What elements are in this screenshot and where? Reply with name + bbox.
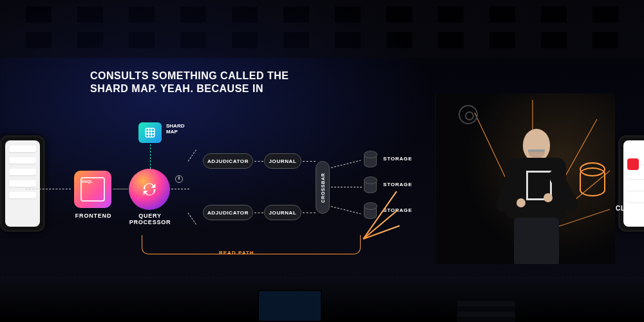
grid-icon bbox=[144, 127, 156, 138]
connector bbox=[171, 189, 189, 189]
crossbar-node: CROSSBAR bbox=[316, 161, 330, 214]
phone-accent-icon bbox=[627, 158, 639, 170]
confidence-monitor bbox=[258, 290, 322, 322]
journal-node-2: JOURNAL bbox=[264, 205, 301, 220]
connector bbox=[331, 206, 361, 214]
adjudicator-node-1: ADJUDICATOR bbox=[203, 153, 253, 169]
connector bbox=[150, 144, 151, 169]
connector bbox=[254, 161, 263, 162]
connector bbox=[254, 213, 263, 213]
connector bbox=[303, 213, 316, 213]
storage-cylinder-icon bbox=[364, 179, 377, 193]
connector bbox=[331, 187, 362, 187]
connector bbox=[188, 149, 196, 162]
storage-label-2: STORAGE bbox=[383, 182, 412, 187]
journal-node-1: JOURNAL bbox=[264, 153, 301, 169]
connector bbox=[113, 189, 128, 189]
presenter-video-panel bbox=[435, 93, 615, 264]
storage-cylinder-icon bbox=[364, 205, 377, 219]
presenter-figure bbox=[497, 122, 574, 264]
architecture-diagram: DSQL FRONTEND SHARD MAP QUERY PROCESSOR … bbox=[39, 109, 425, 277]
frontend-node: DSQL bbox=[74, 171, 111, 208]
storage-cylinder-icon bbox=[364, 153, 377, 167]
shard-map-node bbox=[138, 122, 162, 143]
stage-floor bbox=[0, 277, 644, 322]
dsql-icon: DSQL bbox=[82, 180, 93, 184]
client-label: CLIENT bbox=[616, 205, 643, 212]
frontend-label: FRONTEND bbox=[71, 213, 116, 219]
connector bbox=[331, 160, 361, 168]
read-path-label: READ PATH bbox=[219, 250, 254, 256]
connector-orange bbox=[363, 225, 400, 240]
connector bbox=[188, 213, 196, 225]
caption-line-2: SHARD MAP. YEAH. BECAUSE IN bbox=[90, 82, 289, 95]
caption-line-1: CONSULTS SOMETHING CALLED THE bbox=[90, 70, 289, 82]
query-processor-label: QUERY PROCESSOR bbox=[121, 213, 179, 225]
ceiling-truss bbox=[0, 0, 644, 58]
phone-screen bbox=[5, 140, 40, 227]
phone-mockup-right bbox=[618, 135, 644, 232]
stage-background: CONSULTS SOMETHING CALLED THE SHARD MAP.… bbox=[0, 0, 644, 322]
sync-icon bbox=[140, 180, 158, 198]
storage-cylinder-large-icon bbox=[580, 167, 605, 196]
query-processor-node bbox=[129, 169, 170, 210]
adjudicator-node-2: ADJUDICATOR bbox=[203, 205, 253, 220]
stage-steps bbox=[457, 300, 515, 322]
storage-label-1: STORAGE bbox=[383, 156, 412, 162]
connector bbox=[26, 189, 71, 189]
live-caption: CONSULTS SOMETHING CALLED THE SHARD MAP.… bbox=[90, 70, 289, 95]
connector bbox=[303, 161, 316, 162]
clock-icon bbox=[175, 175, 183, 183]
shard-map-label: SHARD MAP bbox=[166, 124, 184, 135]
ring-icon bbox=[459, 105, 478, 124]
svg-rect-0 bbox=[146, 128, 155, 137]
phone-screen bbox=[623, 140, 644, 227]
